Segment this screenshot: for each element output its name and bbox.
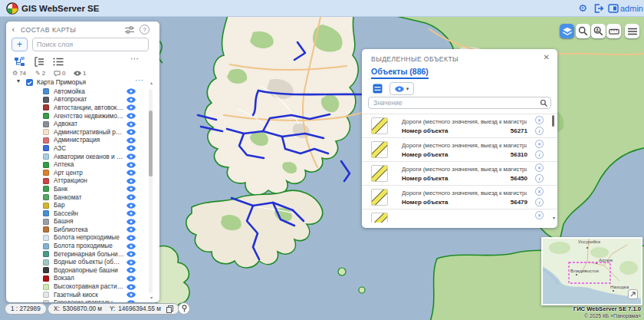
object-row-partial[interactable]: ✕: [362, 209, 557, 223]
layer-row[interactable]: Аптека: [6, 160, 159, 169]
layer-row[interactable]: Болота непроходимые: [6, 234, 159, 242]
layer-visibility-toggle[interactable]: [127, 194, 136, 200]
deselect-object-icon[interactable]: ✕: [535, 187, 544, 196]
root-layer-menu[interactable]: ⋯: [135, 75, 144, 85]
layer-row[interactable]: Адвокат: [6, 120, 159, 128]
layer-row[interactable]: АЗС: [6, 144, 159, 153]
tree-view-icon[interactable]: [15, 57, 25, 67]
layer-visibility-toggle[interactable]: [127, 292, 136, 298]
close-icon[interactable]: ✕: [544, 53, 550, 61]
root-layer-row[interactable]: ▾ Карта Приморья ⋯: [6, 78, 159, 87]
layer-visibility-toggle[interactable]: [127, 153, 136, 160]
layer-visibility-toggle[interactable]: [127, 243, 136, 249]
layer-visibility-toggle[interactable]: [127, 104, 136, 111]
layer-visibility-toggle[interactable]: [127, 210, 136, 216]
layer-row[interactable]: Бассейн: [6, 209, 159, 218]
coordinates-box[interactable]: X: 5306870.00 м Y: 14696394.55 м: [48, 303, 179, 315]
layer-visibility-toggle[interactable]: [127, 178, 136, 184]
settings-gear-icon[interactable]: ⚙: [577, 2, 589, 15]
value-search-input[interactable]: [368, 97, 551, 109]
layer-row[interactable]: Автопрокат: [6, 96, 159, 104]
deselect-object-icon[interactable]: ✕: [535, 116, 544, 124]
layer-row[interactable]: Библиотека: [6, 226, 159, 234]
root-layer-checkbox[interactable]: [26, 79, 33, 86]
locate-button[interactable]: [178, 302, 190, 315]
layer-visibility-toggle[interactable]: [127, 170, 136, 176]
layer-visibility-toggle[interactable]: [127, 88, 136, 94]
layer-visibility-toggle[interactable]: [127, 226, 136, 233]
panel-toggle-icon[interactable]: [608, 3, 619, 14]
objects-scrollbar-thumb[interactable]: [552, 115, 554, 127]
layer-visibility-toggle[interactable]: [127, 186, 136, 192]
layer-row[interactable]: Башня: [6, 218, 159, 226]
layer-row[interactable]: Болота проходимые: [6, 242, 159, 250]
map-menu-button[interactable]: [625, 24, 639, 38]
layer-row[interactable]: Акватории океанов и морей: [6, 153, 159, 161]
minimap-collapse-button[interactable]: [628, 289, 638, 299]
layer-row[interactable]: Водные объекты (общее обозначение): [6, 258, 159, 266]
measure-button[interactable]: [606, 24, 621, 38]
layer-row[interactable]: Городские кварталы: [6, 299, 159, 302]
object-row[interactable]: Дороги (местного значения, выезд к магис…: [362, 137, 557, 161]
add-layer-button[interactable]: +: [12, 38, 28, 51]
layer-row[interactable]: Водонапорные башни: [6, 266, 159, 275]
scrollbar-thumb[interactable]: [149, 111, 153, 176]
scroll-down-icon[interactable]: ▾: [150, 295, 153, 300]
search-icon[interactable]: [540, 99, 548, 107]
object-info-icon[interactable]: i: [535, 127, 544, 135]
object-info-icon[interactable]: i: [535, 150, 544, 159]
user-menu[interactable]: admin: [620, 0, 643, 17]
scroll-down-icon[interactable]: ▾: [553, 215, 555, 220]
address-search-button[interactable]: [591, 24, 606, 38]
layer-row[interactable]: Банк: [6, 185, 159, 193]
layer-row[interactable]: Ветеринарная больница: [6, 250, 159, 259]
layer-list-scrollbar[interactable]: [149, 89, 153, 293]
panel-overflow-menu[interactable]: ⋯: [130, 54, 140, 64]
object-info-icon[interactable]: i: [535, 198, 544, 206]
layer-row[interactable]: Агентство недвижимости: [6, 112, 159, 120]
select-objects-button[interactable]: [560, 24, 574, 38]
layer-row[interactable]: Автомойка: [6, 87, 159, 96]
layer-visibility-toggle[interactable]: [127, 219, 136, 225]
layer-visibility-toggle[interactable]: [127, 121, 136, 127]
copy-icon[interactable]: [166, 305, 173, 313]
layer-row[interactable]: Автостанции, автовокзалы: [6, 104, 159, 112]
layer-row[interactable]: Газетный киоск: [6, 291, 159, 299]
layer-visibility-toggle[interactable]: [127, 129, 136, 135]
scroll-up-icon[interactable]: ▴: [150, 80, 153, 85]
visibility-dropdown[interactable]: ▾: [389, 82, 414, 95]
table-view-icon[interactable]: [373, 84, 383, 94]
back-chevron-icon[interactable]: ‹: [12, 25, 15, 35]
layer-visibility-toggle[interactable]: [127, 267, 136, 273]
layer-visibility-toggle[interactable]: [127, 284, 136, 290]
help-icon[interactable]: ?: [140, 25, 150, 35]
list-view-icon[interactable]: [53, 57, 64, 67]
layer-visibility-toggle[interactable]: [127, 235, 136, 241]
object-row[interactable]: Дороги (местного значения, выезд к магис…: [362, 161, 557, 185]
object-info-icon[interactable]: i: [535, 174, 544, 183]
layer-visibility-toggle[interactable]: [127, 300, 136, 302]
logout-icon[interactable]: [593, 3, 604, 14]
layer-row[interactable]: Высокотравная растительность: [6, 282, 159, 291]
layer-visibility-toggle[interactable]: [127, 137, 136, 144]
deselect-object-icon[interactable]: ✕: [535, 140, 544, 148]
object-row[interactable]: Дороги (местного значения, выезд к магис…: [362, 185, 557, 209]
layer-row[interactable]: Бар: [6, 201, 159, 209]
layer-visibility-toggle[interactable]: [127, 251, 136, 257]
scale-box[interactable]: 1 : 272989: [5, 303, 47, 315]
layer-visibility-toggle[interactable]: [127, 275, 136, 282]
layer-row[interactable]: Аттракцион: [6, 177, 159, 186]
layer-row[interactable]: Банкомат: [6, 193, 159, 202]
layer-row[interactable]: Арт центр: [6, 169, 159, 177]
layer-visibility-toggle[interactable]: [127, 145, 136, 151]
object-row[interactable]: Дороги (местного значения, выезд к магис…: [362, 114, 557, 137]
search-button[interactable]: [576, 24, 590, 38]
deselect-object-icon[interactable]: ✕: [535, 163, 544, 172]
layer-visibility-toggle[interactable]: [127, 203, 136, 209]
legend-view-icon[interactable]: [34, 57, 44, 67]
layer-row[interactable]: Вокзал: [6, 275, 159, 283]
deselect-object-icon[interactable]: ✕: [535, 211, 544, 219]
layer-visibility-toggle[interactable]: [127, 97, 136, 103]
layer-visibility-toggle[interactable]: [127, 162, 136, 168]
layer-filter-icon[interactable]: [124, 25, 135, 35]
